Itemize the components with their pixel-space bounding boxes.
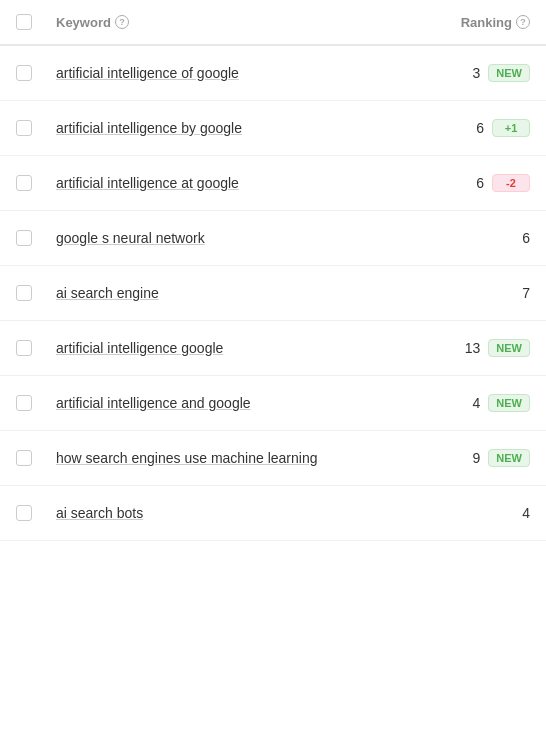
table-row: artificial intelligence google13NEW [0, 321, 546, 376]
row-checkbox-col [16, 65, 56, 81]
table-header: Keyword ? Ranking ? [0, 0, 546, 46]
row-checkbox-8[interactable] [16, 505, 32, 521]
ranking-number: 3 [473, 65, 481, 81]
header-ranking-col: Ranking ? [410, 15, 530, 30]
ranking-number: 6 [522, 230, 530, 246]
ranking-badge: NEW [488, 339, 530, 357]
ranking-label: Ranking [461, 15, 512, 30]
keyword-text[interactable]: ai search bots [56, 505, 143, 521]
ranking-badge: -2 [492, 174, 530, 192]
row-ranking-col: 4NEW [410, 394, 530, 412]
row-keyword-col: google s neural network [56, 229, 410, 247]
keyword-help-icon[interactable]: ? [115, 15, 129, 29]
ranking-help-icon[interactable]: ? [516, 15, 530, 29]
ranking-number: 4 [522, 505, 530, 521]
row-ranking-col: 13NEW [410, 339, 530, 357]
ranking-number: 4 [473, 395, 481, 411]
row-ranking-col: 6 [410, 230, 530, 246]
row-checkbox-col [16, 340, 56, 356]
table-row: ai search bots4 [0, 486, 546, 541]
ranking-badge: NEW [488, 394, 530, 412]
row-checkbox-0[interactable] [16, 65, 32, 81]
row-checkbox-3[interactable] [16, 230, 32, 246]
table-body: artificial intelligence of google3NEWart… [0, 46, 546, 541]
ranking-column-header: Ranking ? [410, 15, 530, 30]
row-keyword-col: artificial intelligence by google [56, 119, 410, 137]
row-keyword-col: artificial intelligence of google [56, 64, 410, 82]
keyword-text[interactable]: artificial intelligence at google [56, 175, 239, 191]
row-checkbox-4[interactable] [16, 285, 32, 301]
row-checkbox-col [16, 285, 56, 301]
table-row: artificial intelligence and google4NEW [0, 376, 546, 431]
row-checkbox-1[interactable] [16, 120, 32, 136]
ranking-number: 13 [465, 340, 481, 356]
keywords-table: Keyword ? Ranking ? artificial intellige… [0, 0, 546, 541]
table-row: ai search engine7 [0, 266, 546, 321]
keyword-column-header: Keyword ? [56, 15, 410, 30]
row-checkbox-col [16, 120, 56, 136]
ranking-number: 6 [476, 175, 484, 191]
ranking-number: 7 [522, 285, 530, 301]
row-checkbox-2[interactable] [16, 175, 32, 191]
ranking-number: 6 [476, 120, 484, 136]
row-checkbox-6[interactable] [16, 395, 32, 411]
row-keyword-col: ai search bots [56, 504, 410, 522]
row-checkbox-7[interactable] [16, 450, 32, 466]
keyword-text[interactable]: artificial intelligence by google [56, 120, 242, 136]
keyword-text[interactable]: google s neural network [56, 230, 205, 246]
select-all-checkbox[interactable] [16, 14, 32, 30]
keyword-text[interactable]: artificial intelligence and google [56, 395, 251, 411]
row-checkbox-col [16, 505, 56, 521]
keyword-text[interactable]: artificial intelligence google [56, 340, 223, 356]
row-checkbox-5[interactable] [16, 340, 32, 356]
keyword-text[interactable]: artificial intelligence of google [56, 65, 239, 81]
table-row: google s neural network6 [0, 211, 546, 266]
keyword-text[interactable]: ai search engine [56, 285, 159, 301]
table-row: artificial intelligence of google3NEW [0, 46, 546, 101]
row-ranking-col: 6-2 [410, 174, 530, 192]
row-ranking-col: 9NEW [410, 449, 530, 467]
row-checkbox-col [16, 230, 56, 246]
row-ranking-col: 4 [410, 505, 530, 521]
header-checkbox-col [16, 14, 56, 30]
row-keyword-col: artificial intelligence and google [56, 394, 410, 412]
row-keyword-col: artificial intelligence google [56, 339, 410, 357]
ranking-badge: NEW [488, 449, 530, 467]
keyword-label: Keyword [56, 15, 111, 30]
row-keyword-col: ai search engine [56, 284, 410, 302]
row-ranking-col: 7 [410, 285, 530, 301]
ranking-number: 9 [473, 450, 481, 466]
row-ranking-col: 6+1 [410, 119, 530, 137]
keyword-text[interactable]: how search engines use machine learning [56, 450, 318, 466]
header-keyword-col: Keyword ? [56, 15, 410, 30]
row-keyword-col: how search engines use machine learning [56, 449, 410, 467]
row-keyword-col: artificial intelligence at google [56, 174, 410, 192]
row-ranking-col: 3NEW [410, 64, 530, 82]
row-checkbox-col [16, 175, 56, 191]
row-checkbox-col [16, 450, 56, 466]
row-checkbox-col [16, 395, 56, 411]
table-row: artificial intelligence by google6+1 [0, 101, 546, 156]
ranking-badge: +1 [492, 119, 530, 137]
table-row: how search engines use machine learning9… [0, 431, 546, 486]
ranking-badge: NEW [488, 64, 530, 82]
table-row: artificial intelligence at google6-2 [0, 156, 546, 211]
